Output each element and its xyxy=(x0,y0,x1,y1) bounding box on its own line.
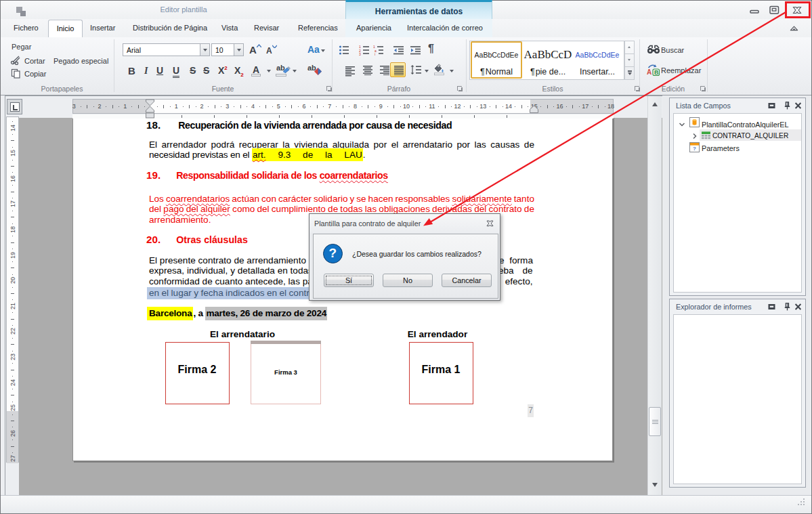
svg-text:3: 3 xyxy=(359,52,361,56)
svg-text:?: ? xyxy=(693,146,696,152)
svg-text:B: B xyxy=(654,69,659,76)
svg-text:i: i xyxy=(375,52,375,56)
svg-text:A: A xyxy=(647,68,651,76)
